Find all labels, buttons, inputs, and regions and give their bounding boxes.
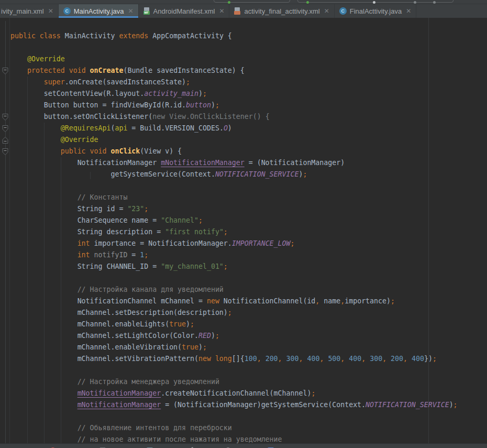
code-token: AppCompatActivity {: [152, 32, 232, 40]
code-token: [407, 355, 412, 363]
code-token: @RequiresApi: [61, 124, 111, 132]
code-token: ;: [190, 320, 194, 328]
toolbar-dot-icon: [433, 1, 436, 4]
close-icon[interactable]: [48, 7, 53, 15]
code-token: 200: [265, 355, 278, 363]
code-token: [386, 355, 391, 363]
code-editor[interactable]: public class MainActivity extends AppCom…: [0, 18, 487, 443]
code-token: button: [186, 101, 211, 109]
indent: [10, 320, 78, 328]
code-token: public void: [61, 147, 111, 155]
tool-window-bar: TODOProblemsTerminalLogcatBuildProfilerA…: [0, 443, 487, 448]
indent: [10, 239, 78, 247]
code-token: ): [186, 320, 190, 328]
indent: [10, 401, 78, 409]
indent: [10, 159, 78, 167]
indent: [10, 205, 78, 213]
code-token: setContentView(R.layout.: [44, 90, 144, 97]
code-token: =: [127, 251, 140, 259]
code-token: IMPORTANCE_LOW: [232, 239, 291, 247]
code-token: // на новое активити после нажатия на ув…: [78, 435, 282, 443]
close-icon[interactable]: [219, 7, 224, 15]
code-line: mChannel.setLightColor(Color.RED);: [0, 330, 487, 342]
code-token: mNotificationManager: [161, 159, 245, 167]
close-icon[interactable]: [128, 7, 134, 15]
code-token: ;: [215, 101, 219, 109]
code-token: (Bundle savedInstanceState) {: [123, 67, 244, 74]
indent: [10, 309, 78, 316]
indent: [10, 147, 61, 155]
code-token: 300: [286, 355, 299, 363]
code-token: ;: [215, 332, 219, 340]
java-class-icon: C: [339, 7, 347, 15]
code-token: api: [115, 124, 127, 132]
java-class-icon: C: [63, 7, 71, 15]
code-token: [261, 355, 265, 363]
code-token: mNotificationManager: [78, 389, 161, 397]
code-token: new: [207, 297, 219, 305]
code-line: getSystemService(Context.NOTIFICATION_SE…: [0, 169, 487, 180]
tab-AndroidManifest.xml[interactable]: MFAndroidManifest.xml: [139, 4, 230, 18]
code-token: public class: [10, 32, 65, 40]
code-token: "first notify": [165, 228, 224, 236]
code-token: ;: [198, 216, 203, 224]
code-line: // Обьявление интентов для переброски: [0, 422, 487, 434]
code-token: 300: [370, 355, 382, 363]
code-line: [0, 180, 487, 192]
close-icon[interactable]: [406, 7, 411, 15]
code-token: mChannel.setVibrationPattern(: [78, 355, 198, 363]
tab-label: MainActivity.java: [74, 7, 124, 15]
code-token: = Build.VERSION_CODES.: [127, 124, 223, 132]
code-area[interactable]: public class MainActivity extends AppCom…: [0, 30, 487, 443]
indent: [10, 251, 78, 259]
code-token: ;: [203, 90, 207, 97]
code-line: public void onClick(View v) {: [0, 146, 487, 157]
tab-MainActivity.java[interactable]: CMainActivity.java: [59, 4, 139, 18]
layout-xml-icon: [234, 7, 241, 15]
code-token: ): [211, 332, 215, 340]
code-line: [0, 411, 487, 422]
tab-label: FinalActtivity.java: [350, 7, 402, 15]
code-token: ,: [278, 355, 282, 363]
code-token: 200: [391, 355, 403, 363]
code-token: ;: [391, 297, 395, 305]
tab-label: AndroidManifest.xml: [153, 7, 215, 15]
indent: [10, 193, 78, 201]
indent: [10, 435, 78, 443]
close-icon[interactable]: [324, 7, 329, 15]
code-line: mChannel.setVibrationPattern(new long[]{…: [0, 353, 487, 365]
code-token: ): [228, 124, 232, 132]
code-token: NotificationChannel mChannel =: [78, 297, 207, 305]
code-token: // Настройка менеджера уведомлений: [78, 378, 219, 386]
file-badge: [234, 11, 240, 15]
tab-activity_final_acttivity.xml[interactable]: activity_final_acttivity.xml: [229, 4, 334, 18]
indent: [10, 332, 78, 340]
run-configuration-widget[interactable]: [214, 0, 290, 3]
code-token: 500: [328, 355, 340, 363]
code-token: .onCreate(savedInstanceState): [65, 78, 186, 86]
run-icon[interactable]: [228, 1, 230, 4]
indent: [10, 343, 78, 351]
tab-FinalActtivity.java[interactable]: CFinalActtivity.java: [335, 4, 417, 18]
tab-ivity_main.xml[interactable]: ivity_main.xml: [0, 4, 59, 18]
indent: [10, 55, 27, 63]
code-token: @Override: [61, 136, 98, 144]
code-token: button.setOnClickListener(: [44, 113, 152, 121]
code-token: ): [198, 90, 203, 97]
code-token: ;: [303, 170, 307, 178]
code-token: [282, 355, 286, 363]
indent: [10, 297, 78, 305]
device-selector-widget[interactable]: [297, 0, 453, 3]
code-line: mChannel.enableVibration(true);: [0, 342, 487, 353]
code-token: ;: [228, 309, 232, 316]
code-token: // Настройка канала для уведомлений: [78, 286, 224, 293]
code-token: }): [424, 355, 433, 363]
code-token: ;: [203, 343, 207, 351]
code-token: mNotificationManager: [78, 401, 161, 409]
code-token: ;: [224, 228, 228, 236]
code-token: MainActivity: [65, 32, 119, 40]
code-token: name: [319, 297, 340, 305]
tab-label: activity_final_acttivity.xml: [244, 7, 319, 15]
code-token: // Константы: [78, 193, 128, 201]
indent: [10, 136, 61, 144]
